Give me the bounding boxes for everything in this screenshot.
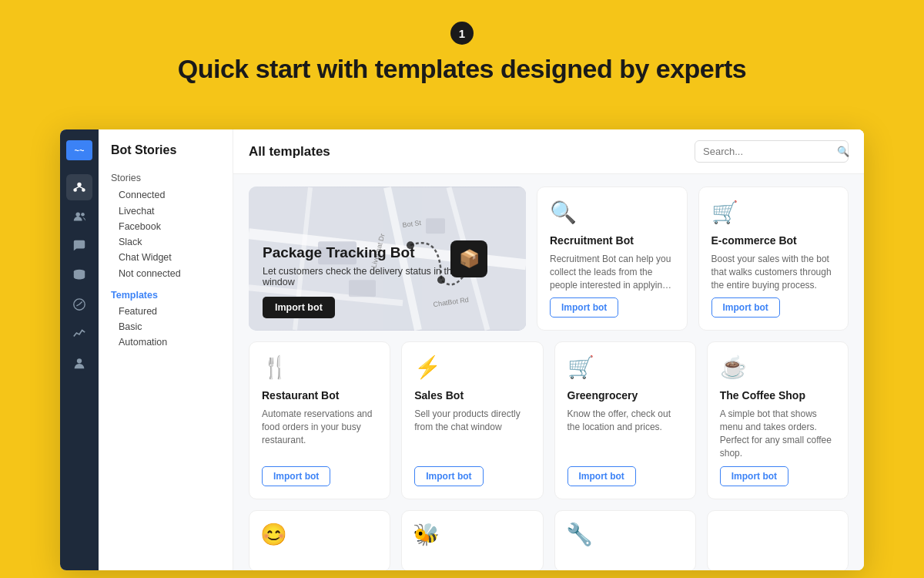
card-coffee: ☕ The Coffee Shop A simple bot that show… xyxy=(707,341,849,499)
card-partial-1: 😊 xyxy=(249,510,390,570)
templates-grid: Bot St Livechat Dr ChatBot Rd xyxy=(233,174,864,570)
svg-point-0 xyxy=(77,183,81,187)
svg-line-4 xyxy=(79,187,83,189)
partial-icon-1: 😊 xyxy=(260,522,379,547)
left-nav: Bot Stories Stories Connected Livechat F… xyxy=(99,129,233,570)
left-nav-title: Bot Stories xyxy=(99,143,233,170)
recruitment-desc: Recruitment Bot can help you collect the… xyxy=(550,253,675,291)
app-window: ~~ Bot Stories Stories Connected Livecha… xyxy=(60,129,864,570)
svg-point-1 xyxy=(73,188,77,192)
sales-icon: ⚡ xyxy=(414,355,530,380)
nav-basic[interactable]: Basic xyxy=(99,319,233,334)
greengrocery-import-button[interactable]: Import bot xyxy=(567,466,636,486)
card-recruitment: 🔍 Recruitment Bot Recruitment Bot can he… xyxy=(537,187,688,331)
restaurant-title: Restaurant Bot xyxy=(262,389,377,402)
sidebar-icon-reports[interactable] xyxy=(66,321,92,347)
step-badge: 1 xyxy=(450,22,474,45)
svg-point-2 xyxy=(82,188,85,192)
recruitment-icon: 🔍 xyxy=(550,200,675,225)
coffee-import-button[interactable]: Import bot xyxy=(720,466,788,486)
coffee-icon: ☕ xyxy=(720,355,835,380)
search-icon: 🔍 xyxy=(837,146,849,157)
main-content: All templates 🔍 xyxy=(233,129,864,570)
nav-slack[interactable]: Slack xyxy=(99,234,233,250)
nav-chat-widget[interactable]: Chat Widget xyxy=(99,250,233,265)
recruitment-title: Recruitment Bot xyxy=(550,234,675,247)
card-sales: ⚡ Sales Bot Sell your products directly … xyxy=(401,341,543,499)
sales-title: Sales Bot xyxy=(414,389,530,402)
page-title: All templates xyxy=(249,144,330,160)
ecommerce-desc: Boost your sales with the bot that walks… xyxy=(711,253,836,291)
nav-livechat[interactable]: Livechat xyxy=(99,203,233,219)
sales-import-button[interactable]: Import bot xyxy=(414,466,483,486)
sidebar-icon-team[interactable] xyxy=(66,350,92,376)
logo-text: ~~ xyxy=(75,146,85,155)
card-partial-4 xyxy=(707,510,849,570)
search-box: 🔍 xyxy=(695,140,849,163)
nav-automation[interactable]: Automation xyxy=(99,334,233,350)
greengrocery-desc: Know the offer, check out the location a… xyxy=(567,408,683,459)
grid-row-3: 😊 🐝 🔧 xyxy=(249,510,849,570)
templates-section-label[interactable]: Templates xyxy=(99,282,233,304)
sidebar-dark: ~~ xyxy=(60,129,99,570)
restaurant-desc: Automate reservations and food orders in… xyxy=(262,408,377,459)
package-icon: 📦 xyxy=(450,240,487,277)
card-partial-3: 🔧 xyxy=(554,510,696,570)
card-greengrocery: 🛒 Greengrocery Know the offer, check out… xyxy=(554,341,696,499)
nav-connected[interactable]: Connected xyxy=(99,187,233,203)
recruitment-import-button[interactable]: Import bot xyxy=(550,297,618,318)
sidebar-icon-analytics[interactable] xyxy=(66,291,92,318)
grid-row-2: 🍴 Restaurant Bot Automate reservations a… xyxy=(249,341,849,499)
sidebar-icon-chat[interactable] xyxy=(66,233,92,259)
card-partial-2: 🐝 xyxy=(401,510,543,570)
grid-row-1: Bot St Livechat Dr ChatBot Rd xyxy=(249,187,849,331)
nav-not-connected[interactable]: Not connected xyxy=(99,265,233,282)
restaurant-icon: 🍴 xyxy=(262,355,377,380)
greengrocery-icon: 🛒 xyxy=(567,355,683,380)
featured-card: Bot St Livechat Dr ChatBot Rd xyxy=(249,187,526,331)
svg-point-9 xyxy=(77,358,82,363)
main-heading: Quick start with templates designed by e… xyxy=(0,54,924,84)
greengrocery-title: Greengrocery xyxy=(567,389,683,402)
card-ecommerce: 🛒 E-commerce Bot Boost your sales with t… xyxy=(698,187,849,331)
top-banner: 1 Quick start with templates designed by… xyxy=(0,0,924,107)
coffee-title: The Coffee Shop xyxy=(720,389,835,402)
ecommerce-import-button[interactable]: Import bot xyxy=(711,297,780,318)
nav-facebook[interactable]: Facebook xyxy=(99,219,233,234)
svg-line-3 xyxy=(75,187,79,189)
coffee-desc: A simple bot that shows menu and takes o… xyxy=(720,408,835,459)
app-logo[interactable]: ~~ xyxy=(66,140,92,160)
featured-import-button[interactable]: Import bot xyxy=(263,297,335,318)
sales-desc: Sell your products directly from the cha… xyxy=(414,408,530,459)
sidebar-icon-bots[interactable] xyxy=(66,174,92,200)
svg-point-6 xyxy=(81,213,85,217)
ecommerce-icon: 🛒 xyxy=(711,200,836,225)
partial-icon-2: 🐝 xyxy=(413,522,531,547)
search-input[interactable] xyxy=(703,146,832,157)
ecommerce-title: E-commerce Bot xyxy=(711,234,836,247)
svg-point-5 xyxy=(76,213,80,217)
nav-featured[interactable]: Featured xyxy=(99,304,233,319)
partial-icon-3: 🔧 xyxy=(566,522,685,547)
restaurant-import-button[interactable]: Import bot xyxy=(262,466,330,486)
card-restaurant: 🍴 Restaurant Bot Automate reservations a… xyxy=(249,341,390,499)
sidebar-icon-users[interactable] xyxy=(66,203,92,230)
stories-section-label: Stories xyxy=(99,170,233,187)
content-header: All templates 🔍 xyxy=(233,129,864,174)
sidebar-icon-database[interactable] xyxy=(66,262,92,288)
